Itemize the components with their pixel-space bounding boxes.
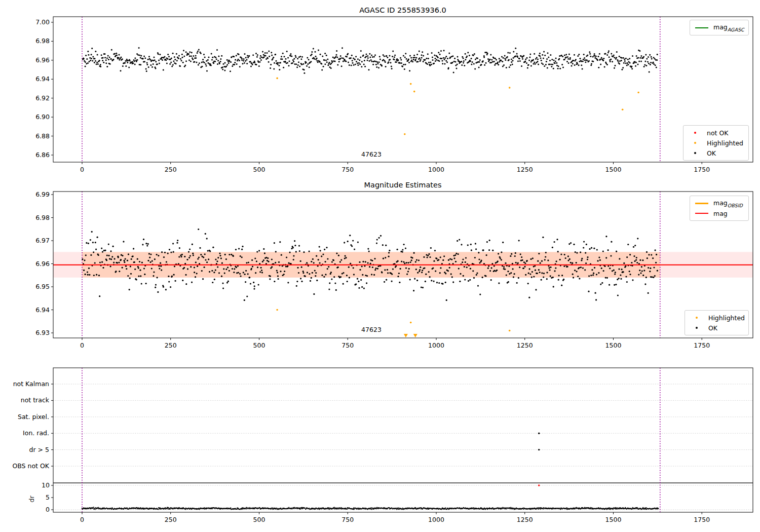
category-label: not Kalman [0, 380, 49, 388]
category-label: OBS not OK [0, 462, 49, 470]
category-label: not track [0, 396, 49, 404]
legend-row-mag-obsid: magOBSID [694, 198, 744, 208]
legend-mag-lines: magOBSID mag [690, 196, 749, 221]
y-tick-label: 7.00 [25, 18, 50, 26]
x-tick-label: 1250 [510, 341, 540, 349]
y-tick-label: 6.97 [25, 237, 50, 244]
x-tick-label: 1000 [421, 341, 451, 349]
x-tick-label: 1500 [598, 166, 629, 173]
legend-label-not-ok: not OK [707, 129, 728, 137]
legend-label-highlighted: Highlighted [707, 139, 743, 147]
x-tick-label: 1750 [687, 341, 717, 349]
legend-label-ok: OK [707, 149, 716, 157]
x-tick-label: 1250 [510, 516, 540, 523]
x-tick-label: 750 [332, 166, 363, 173]
x-tick-label: 750 [332, 341, 363, 349]
legend-row-highlighted: Highlighted [688, 138, 744, 148]
category-label: dr > 5 [0, 446, 49, 453]
legend-label-highlighted-2: Highlighted [708, 314, 745, 322]
y-tick-label: 6.94 [25, 306, 50, 314]
y-tick-label: 6.96 [25, 260, 50, 268]
legend-point-classes: not OK Highlighted OK [683, 125, 749, 161]
x-tick-label: 1750 [687, 166, 717, 173]
legend-point-classes-2: Highlighted OK [685, 310, 749, 335]
x-tick-label: 250 [156, 341, 186, 349]
y-tick-label: 6.99 [25, 191, 50, 198]
y-tick-label: 6.98 [25, 214, 50, 221]
legend-row-highlighted-2: Highlighted [689, 313, 744, 323]
clipped-highlighted-markers [404, 334, 417, 337]
orange-line-swatch [694, 203, 709, 204]
legend-row-mag: mag [694, 208, 744, 218]
legend-label-ok-2: OK [708, 324, 717, 332]
y-tick-label: 6.92 [25, 94, 50, 102]
legend-row-not-ok: not OK [688, 128, 744, 138]
y-tick-label: 6.95 [25, 283, 50, 290]
x-tick-label: 1500 [598, 341, 629, 349]
plot2-title: Magnitude Estimates [251, 181, 555, 189]
x-tick-label: 500 [244, 166, 275, 173]
red-dot-swatch [688, 132, 703, 134]
y-tick-label: 6.88 [25, 132, 50, 140]
scatter-points-highlighted [276, 78, 639, 135]
red-line-swatch [694, 213, 709, 214]
x-tick-label: 1250 [510, 166, 540, 173]
legend-row-ok: OK [688, 148, 744, 158]
x-tick-label: 500 [244, 516, 275, 523]
category-label: Sat. pixel. [0, 413, 49, 421]
black-dot-swatch [688, 152, 703, 154]
x-tick-label: 1750 [687, 516, 717, 523]
green-line-swatch [694, 27, 709, 28]
x-tick-label: 0 [67, 341, 97, 349]
figure: AGASC ID 255853936.0 Magnitude Estimates… [0, 0, 760, 532]
y-tick-label: 6.90 [25, 113, 50, 121]
legend-label-mag-obsid: magOBSID [713, 199, 743, 208]
plot2-obsid-annotation: 47623 [356, 326, 387, 333]
plot1-title: AGASC ID 255853936.0 [251, 6, 555, 14]
legend-label-mag-agasc: magAGASC [713, 23, 744, 32]
orange-dot-swatch [689, 317, 704, 319]
dr-tick-label: 10 [30, 481, 50, 489]
legend-row-ok-2: OK [689, 323, 744, 333]
legend-mag-agasc: magAGASC [690, 20, 749, 35]
x-tick-label: 0 [67, 166, 97, 173]
y-tick-label: 6.94 [25, 75, 50, 83]
orange-dot-swatch [688, 142, 703, 144]
x-tick-label: 1500 [598, 516, 629, 523]
plots-canvas [0, 0, 760, 532]
x-tick-label: 1000 [421, 166, 451, 173]
x-tick-label: 250 [156, 516, 186, 523]
x-tick-label: 1000 [421, 516, 451, 523]
x-tick-label: 500 [244, 341, 275, 349]
obsid-range-vlines [82, 368, 660, 512]
y-tick-label: 6.96 [25, 56, 50, 64]
legend-row-mag-agasc: magAGASC [694, 22, 744, 33]
dr-scatter-points [82, 507, 659, 510]
plot1-obsid-annotation: 47623 [356, 150, 387, 158]
x-tick-label: 250 [156, 166, 186, 173]
x-tick-label: 0 [67, 516, 97, 523]
black-dot-swatch [689, 327, 704, 329]
y-tick-label: 6.93 [25, 329, 50, 336]
scatter-points-highlighted [276, 309, 510, 332]
category-label: Ion. rad. [0, 429, 49, 437]
flag-points [538, 433, 540, 451]
y-tick-label: 6.98 [25, 37, 50, 45]
obsid-range-vlines [82, 17, 660, 162]
y-tick-label: 6.86 [25, 151, 50, 159]
dr-not-ok-point [538, 484, 540, 486]
x-tick-label: 750 [332, 516, 363, 523]
dr-tick-label: 0 [30, 506, 50, 513]
legend-label-mag: mag [713, 210, 728, 217]
dr-tick-label: 5 [30, 493, 50, 501]
scatter-points-ok [82, 47, 658, 74]
